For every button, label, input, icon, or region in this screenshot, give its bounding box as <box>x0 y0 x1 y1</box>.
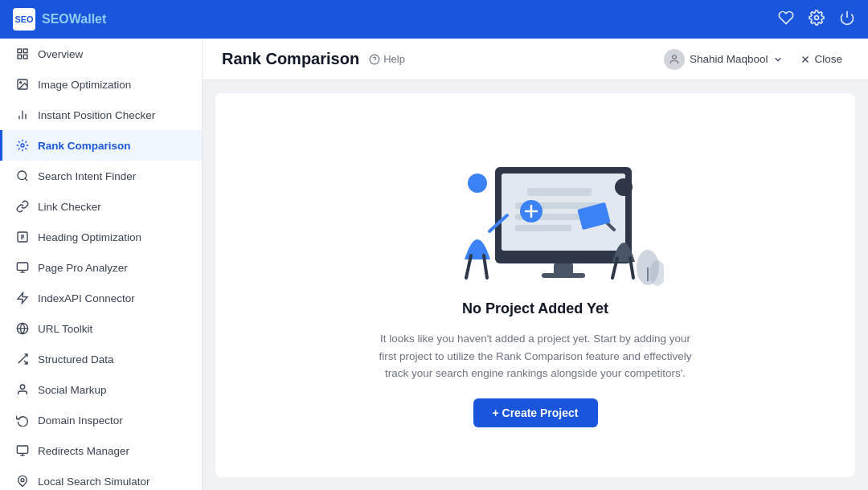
sidebar-item-label: Page Pro Analyzer <box>38 262 128 274</box>
user-name: Shahid Maqbool <box>690 53 768 65</box>
sidebar-item-label: Local Search Simulator <box>38 476 150 488</box>
topbar: SEO SEOWallet <box>0 0 868 39</box>
svg-rect-3 <box>23 49 27 53</box>
close-button[interactable]: Close <box>793 50 849 68</box>
svg-rect-47 <box>542 273 585 278</box>
sidebar-item-social-markup[interactable]: Social Markup <box>0 374 202 405</box>
sidebar-item-label: Structured Data <box>38 353 114 365</box>
sidebar-item-label: Redirects Manager <box>38 445 129 457</box>
sidebar-item-label: Rank Comparison <box>38 140 131 152</box>
local-search-icon <box>15 474 30 488</box>
svg-line-13 <box>25 178 27 181</box>
svg-rect-5 <box>23 55 27 59</box>
sidebar-item-label: Domain Inspector <box>38 414 123 427</box>
sidebar-item-url-toolkit[interactable]: URL Toolkit <box>0 313 202 344</box>
close-label: Close <box>814 53 842 65</box>
sidebar-item-label: IndexAPI Connector <box>38 292 135 304</box>
favorites-icon[interactable] <box>778 10 794 30</box>
position-checker-icon <box>15 108 30 122</box>
logo-box: SEO <box>13 8 35 31</box>
help-label: Help <box>383 53 405 65</box>
empty-state-description: It looks like you haven't added a projec… <box>375 330 696 382</box>
content-body: No Project Added Yet It looks like you h… <box>215 93 855 477</box>
social-markup-icon <box>15 382 30 397</box>
create-project-button[interactable]: + Create Project <box>473 398 598 427</box>
power-icon[interactable] <box>839 10 855 30</box>
header-right: Shahid Maqbool Close <box>664 49 849 70</box>
help-link[interactable]: Help <box>369 53 405 65</box>
svg-rect-26 <box>17 446 27 453</box>
domain-inspector-icon <box>15 413 30 427</box>
sidebar-item-rank-comparison[interactable]: Rank Comparison <box>0 130 202 161</box>
svg-point-7 <box>20 82 22 84</box>
svg-point-12 <box>18 171 27 180</box>
sidebar-item-label: Overview <box>38 48 83 60</box>
chevron-down-icon <box>772 54 784 65</box>
svg-rect-18 <box>17 263 27 270</box>
user-avatar <box>664 49 685 70</box>
logo-icon: SEO <box>14 14 33 24</box>
overview-icon <box>15 47 30 61</box>
sidebar-item-image-optimization[interactable]: Image Optimization <box>0 69 202 100</box>
empty-state-illustration <box>407 143 664 288</box>
rank-comparison-icon <box>15 138 30 153</box>
redirects-manager-icon <box>15 443 30 458</box>
svg-point-37 <box>673 55 677 59</box>
app-name: SEOWallet <box>42 12 106 27</box>
page-pro-analyzer-icon <box>15 260 30 275</box>
main-layout: Overview Image Optimization Instant Posi… <box>0 39 868 490</box>
sidebar-item-link-checker[interactable]: Link Checker <box>0 191 202 222</box>
sidebar-item-domain-inspector[interactable]: Domain Inspector <box>0 405 202 435</box>
svg-rect-42 <box>527 188 592 196</box>
empty-state: No Project Added Yet It looks like you h… <box>342 111 728 459</box>
svg-rect-45 <box>515 225 571 231</box>
link-checker-icon <box>15 199 30 214</box>
page-title: Rank Comparison <box>222 50 359 68</box>
close-icon <box>800 54 811 65</box>
svg-point-55 <box>615 178 633 196</box>
sidebar-item-label: Link Checker <box>38 201 101 213</box>
sidebar-item-position-checker[interactable]: Instant Position Checker <box>0 100 202 130</box>
svg-point-51 <box>468 174 487 193</box>
image-optimization-icon <box>15 77 30 92</box>
svg-rect-2 <box>18 49 22 53</box>
svg-rect-4 <box>18 55 22 59</box>
content-area: Rank Comparison Help Shahid Maqbool Clos… <box>203 39 868 490</box>
sidebar-item-label: Heading Optimization <box>38 231 141 243</box>
url-toolkit-icon <box>15 321 30 336</box>
empty-state-title: No Project Added Yet <box>462 300 608 317</box>
sidebar-item-page-pro-analyzer[interactable]: Page Pro Analyzer <box>0 252 202 283</box>
logo-area: SEO SEOWallet <box>13 8 106 31</box>
structured-data-icon <box>15 352 30 366</box>
sidebar-item-heading-optimization[interactable]: Heading Optimization <box>0 222 202 252</box>
svg-point-27 <box>21 479 24 482</box>
sidebar-item-redirects-manager[interactable]: Redirects Manager <box>0 435 202 466</box>
svg-point-11 <box>21 144 24 147</box>
sidebar-item-label: URL Toolkit <box>38 323 92 335</box>
sidebar-item-label: Instant Position Checker <box>38 109 155 121</box>
sidebar-item-overview[interactable]: Overview <box>0 39 202 69</box>
settings-icon[interactable] <box>809 10 825 30</box>
sidebar-item-label: Search Intent Finder <box>38 170 136 182</box>
sidebar: Overview Image Optimization Instant Posi… <box>0 39 203 490</box>
sidebar-item-label: Image Optimization <box>38 79 131 91</box>
sidebar-item-search-intent[interactable]: Search Intent Finder <box>0 161 202 191</box>
svg-point-25 <box>20 385 24 389</box>
content-header: Rank Comparison Help Shahid Maqbool Clos… <box>203 39 868 80</box>
svg-rect-46 <box>554 263 573 275</box>
heading-optimization-icon <box>15 230 30 244</box>
search-intent-icon <box>15 169 30 183</box>
sidebar-item-label: Social Markup <box>38 384 107 396</box>
sidebar-item-local-search-simulator[interactable]: Local Search Simulator <box>0 466 202 490</box>
svg-point-0 <box>815 15 819 19</box>
user-menu[interactable]: Shahid Maqbool <box>664 49 784 70</box>
sidebar-item-structured-data[interactable]: Structured Data <box>0 344 202 374</box>
indexapi-icon <box>15 291 30 305</box>
sidebar-item-indexapi-connector[interactable]: IndexAPI Connector <box>0 283 202 313</box>
topbar-icons <box>778 10 855 30</box>
